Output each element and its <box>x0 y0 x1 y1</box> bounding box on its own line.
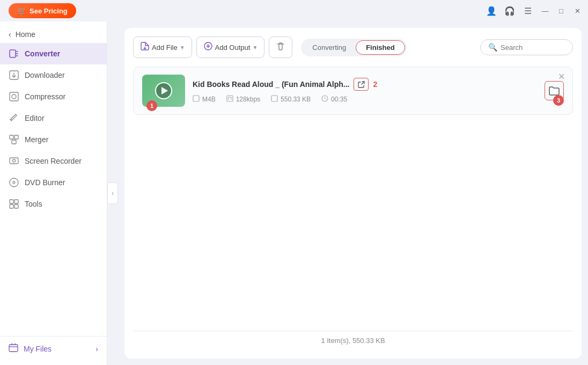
see-pricing-button[interactable]: 🛒 See Pricing <box>9 3 76 18</box>
screen-recorder-icon <box>9 156 19 166</box>
my-files-arrow-icon: › <box>95 345 98 353</box>
svg-rect-12 <box>14 200 18 203</box>
open-file-button[interactable] <box>354 78 369 91</box>
sidebar-item-screen-recorder[interactable]: Screen Recorder <box>0 150 107 172</box>
home-label: Home <box>16 30 35 39</box>
file-info: Kid Books Read Aloud _ (Fun Animal Alph.… <box>193 78 537 104</box>
folder-number-badge: 3 <box>553 95 564 106</box>
add-output-icon <box>203 41 213 53</box>
sidebar-item-compressor[interactable]: Compressor <box>0 86 107 107</box>
sidebar-item-editor[interactable]: Editor <box>0 107 107 129</box>
tools-icon <box>9 199 19 209</box>
file-meta: M4B 128kbps <box>193 95 537 104</box>
file-name-row: Kid Books Read Aloud _ (Fun Animal Alph.… <box>193 78 537 91</box>
sidebar-back-button[interactable]: ‹ Home <box>0 26 107 43</box>
add-output-button[interactable]: Add Output ▼ <box>196 36 265 58</box>
collapse-icon: ‹ <box>112 189 114 197</box>
content-area: Add File ▼ Add Output ▼ <box>118 21 588 365</box>
bitrate-icon <box>226 95 233 104</box>
sidebar-converter-label: Converter <box>25 49 60 58</box>
file-list: 1 Kid Books Read Aloud _ (Fun Animal Alp… <box>133 67 573 331</box>
format-meta: M4B <box>193 95 216 104</box>
svg-rect-13 <box>10 205 13 208</box>
svg-rect-11 <box>10 200 13 203</box>
sidebar-item-converter[interactable]: Converter <box>0 43 107 64</box>
add-output-chevron-icon: ▼ <box>252 45 258 50</box>
sidebar: ‹ Home Converter Downloader <box>0 21 107 365</box>
sidebar-item-dvd-burner[interactable]: DVD Burner <box>0 172 107 193</box>
chevron-left-icon: ‹ <box>9 30 11 39</box>
search-icon: 🔍 <box>488 43 497 52</box>
svg-point-10 <box>13 181 15 184</box>
tab-finished[interactable]: Finished <box>356 40 405 55</box>
tab-group: Converting Finished <box>301 39 406 56</box>
compressor-icon <box>9 91 19 102</box>
headset-icon[interactable]: 🎧 <box>502 3 517 18</box>
status-bar: 1 Item(s), 550.33 KB <box>133 331 573 350</box>
size-value: 550.33 KB <box>281 96 311 103</box>
trash-icon <box>276 43 285 53</box>
close-button[interactable]: ✕ <box>571 4 584 17</box>
sidebar-item-downloader[interactable]: Downloader <box>0 64 107 86</box>
add-file-label: Add File <box>152 43 178 52</box>
maximize-button[interactable]: □ <box>555 4 568 17</box>
cart-icon: 🛒 <box>17 6 26 15</box>
sidebar-collapse-button[interactable]: ‹ <box>107 182 118 204</box>
search-input[interactable] <box>501 43 565 52</box>
toolbar: Add File ▼ Add Output ▼ <box>133 36 573 58</box>
size-icon <box>271 95 278 104</box>
duration-icon <box>321 95 328 104</box>
sidebar-compressor-label: Compressor <box>25 92 65 101</box>
user-icon[interactable]: 👤 <box>484 3 499 18</box>
svg-point-8 <box>13 159 16 162</box>
svg-rect-4 <box>10 135 13 139</box>
my-files-item[interactable]: My Files › <box>0 337 107 361</box>
svg-rect-19 <box>271 96 277 101</box>
size-meta: 550.33 KB <box>271 95 311 104</box>
add-file-chevron-icon: ▼ <box>180 45 185 50</box>
sidebar-bottom: My Files › <box>0 336 107 361</box>
merger-icon <box>9 134 19 145</box>
open-number-badge: 2 <box>373 80 377 89</box>
svg-point-9 <box>10 178 18 187</box>
file-name: Kid Books Read Aloud _ (Fun Animal Alph.… <box>193 80 349 89</box>
add-output-label: Add Output <box>215 43 251 52</box>
play-button[interactable] <box>155 82 172 99</box>
sidebar-downloader-label: Downloader <box>25 71 65 79</box>
format-icon <box>193 95 200 104</box>
sidebar-item-merger[interactable]: Merger <box>0 129 107 150</box>
svg-rect-2 <box>10 92 18 101</box>
svg-rect-18 <box>227 96 233 101</box>
sidebar-dvd-burner-label: DVD Burner <box>25 178 65 187</box>
converter-icon <box>9 48 19 59</box>
svg-rect-7 <box>10 158 18 164</box>
minimize-button[interactable]: — <box>539 4 552 17</box>
sidebar-merger-label: Merger <box>25 135 48 144</box>
my-files-icon <box>9 343 18 354</box>
svg-rect-5 <box>14 135 18 139</box>
svg-rect-14 <box>14 205 18 208</box>
tab-converting[interactable]: Converting <box>303 41 356 54</box>
duration-value: 00:35 <box>331 96 347 103</box>
thumb-number-badge: 1 <box>146 100 157 111</box>
my-files-label: My Files <box>24 345 90 353</box>
bitrate-meta: 128kbps <box>226 95 260 104</box>
downloader-icon <box>9 70 19 81</box>
duration-meta: 00:35 <box>321 95 347 104</box>
svg-rect-15 <box>9 345 18 352</box>
sidebar-editor-label: Editor <box>25 114 45 122</box>
close-card-button[interactable]: ✕ <box>558 72 565 81</box>
sidebar-tools-label: Tools <box>25 200 42 208</box>
menu-icon[interactable]: ☰ <box>520 3 535 18</box>
svg-point-3 <box>12 94 16 99</box>
add-file-button[interactable]: Add File ▼ <box>133 36 192 58</box>
file-thumbnail: 1 <box>142 75 185 107</box>
svg-rect-6 <box>12 140 16 144</box>
svg-rect-17 <box>193 96 199 101</box>
search-box: 🔍 <box>480 39 573 55</box>
trash-button[interactable] <box>269 36 292 58</box>
sidebar-screen-recorder-label: Screen Recorder <box>25 157 82 165</box>
sidebar-item-tools[interactable]: Tools <box>0 193 107 215</box>
add-file-icon <box>140 41 150 53</box>
content-panel: Add File ▼ Add Output ▼ <box>124 28 582 359</box>
